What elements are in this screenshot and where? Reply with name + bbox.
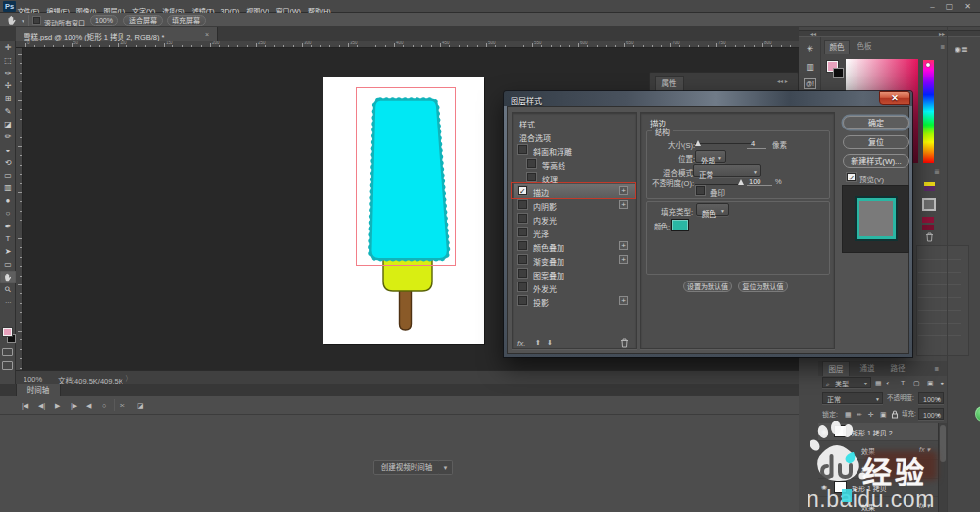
- properties-collapse-icon[interactable]: ◂◂ ▸: [777, 78, 788, 84]
- style-checkbox-纹理[interactable]: [527, 173, 536, 181]
- add-instance-icon[interactable]: +: [619, 241, 628, 250]
- set-default-button[interactable]: 设置为默认值: [683, 281, 732, 292]
- create-video-timeline-dropdown[interactable]: ▼: [439, 460, 453, 475]
- style-checkbox-颜色叠加[interactable]: [518, 241, 527, 250]
- hand-tool-icon[interactable]: [6, 15, 19, 26]
- tab-properties[interactable]: 属性: [655, 76, 684, 92]
- minimize-button[interactable]: –: [927, 2, 938, 11]
- fx-badge[interactable]: fx ▾: [919, 502, 930, 510]
- reset-button[interactable]: 复位: [843, 135, 909, 149]
- add-instance-icon[interactable]: +: [619, 186, 628, 195]
- layers-scrollbar[interactable]: [938, 423, 947, 512]
- tool-brush[interactable]: ✏: [0, 130, 16, 143]
- tab-swatches[interactable]: 色板: [852, 40, 877, 54]
- swatch-chip[interactable]: [924, 182, 935, 191]
- style-item-颜色叠加[interactable]: 颜色叠加+: [514, 239, 635, 253]
- opacity-slider[interactable]: [695, 184, 740, 185]
- reset-default-button[interactable]: 复位为默认值: [738, 281, 788, 292]
- add-instance-icon[interactable]: +: [619, 296, 628, 305]
- timeline-mute-audio-icon[interactable]: ◀: [86, 401, 91, 410]
- style-checkbox-等高线[interactable]: [527, 159, 536, 168]
- layers-panel-menu-icon[interactable]: ≣: [934, 366, 939, 372]
- style-checkbox-光泽[interactable]: [518, 228, 527, 236]
- tool-quick-selection[interactable]: ✢: [0, 79, 16, 92]
- swatch-chip[interactable]: [922, 225, 934, 230]
- style-checkbox-斜面和浮雕[interactable]: [518, 145, 527, 154]
- fill-field[interactable]: 100% ▼: [918, 408, 944, 420]
- create-video-timeline-button[interactable]: 创建视频时间轴: [373, 460, 440, 475]
- preview-checkbox[interactable]: [847, 173, 856, 181]
- timeline-first-frame-icon[interactable]: |◀: [22, 401, 28, 410]
- layer-row[interactable]: ◉矩形 1 拷贝 2: [818, 423, 938, 441]
- tool-rectangle[interactable]: ▭: [0, 258, 16, 271]
- swatch-chip[interactable]: [922, 217, 934, 223]
- lock-image-pixels-icon[interactable]: ✏: [857, 410, 862, 419]
- filter-smart-objects-icon[interactable]: ▣: [927, 379, 934, 387]
- visibility-eye-icon[interactable]: ◉: [821, 427, 830, 435]
- horizontal-ruler[interactable]: 0501001502002503003504004505005506006507…: [22, 41, 799, 48]
- tool-spot-healing-brush[interactable]: ◪: [0, 118, 16, 130]
- histogram-panel-icon[interactable]: ▥: [803, 60, 817, 74]
- opacity-slider-thumb[interactable]: [738, 179, 744, 185]
- style-checkbox-内阴影[interactable]: [518, 200, 527, 209]
- timeline-next-frame-icon[interactable]: |▶: [71, 401, 77, 410]
- tool-eraser[interactable]: ▭: [0, 169, 16, 181]
- fit-screen-button[interactable]: 适合屏幕: [123, 15, 163, 26]
- timeline-tab[interactable]: 时间轴: [16, 384, 61, 396]
- add-effect-icon[interactable]: fx.: [517, 339, 525, 348]
- tool-crop[interactable]: ⊞: [0, 92, 16, 105]
- style-checkbox-图案叠加[interactable]: [518, 269, 527, 278]
- blend-mode-dropdown[interactable]: 正常 ▼: [822, 392, 883, 404]
- lock-transparent-pixels-icon[interactable]: ▦: [845, 410, 852, 419]
- fx-badge[interactable]: fx ▾: [919, 446, 930, 454]
- move-effect-up-icon[interactable]: ⬆: [535, 339, 541, 347]
- filter-adjustment-layers-icon[interactable]: ◐: [886, 379, 890, 387]
- color-panel-resize-icon[interactable]: ≣: [934, 169, 940, 175]
- dialog-close-button[interactable]: ✕: [879, 91, 910, 105]
- tool-pen[interactable]: ✒: [0, 220, 16, 232]
- info-panel-icon[interactable]: @!: [804, 78, 816, 89]
- libraries-panel-icon[interactable]: ◉≣: [955, 47, 968, 53]
- close-button[interactable]: ✕: [962, 2, 973, 11]
- style-checkbox-内发光[interactable]: [518, 214, 527, 223]
- document-tab-close-icon[interactable]: ×: [205, 31, 209, 38]
- fill-type-dropdown[interactable]: 颜色 ▼: [696, 203, 729, 216]
- layers-scrollbar-thumb[interactable]: [940, 425, 946, 462]
- document-canvas[interactable]: [323, 77, 484, 344]
- tool-preset-caret-icon[interactable]: ▼: [21, 18, 25, 24]
- tab-layers[interactable]: 图层: [822, 361, 850, 376]
- style-checkbox-渐变叠加[interactable]: [518, 255, 527, 264]
- move-effect-down-icon[interactable]: ⬇: [547, 339, 553, 347]
- new-style-button[interactable]: 新建样式(W)...: [843, 154, 909, 168]
- lock-artboard-icon[interactable]: ▣: [880, 410, 887, 419]
- timeline-previous-frame-icon[interactable]: ◀|: [38, 401, 45, 410]
- color-panel-menu-icon[interactable]: ≣: [940, 44, 945, 50]
- style-item-渐变叠加[interactable]: 渐变叠加+: [514, 253, 635, 267]
- hue-slider[interactable]: [923, 60, 934, 163]
- timeline-settings-icon[interactable]: ○: [102, 401, 106, 410]
- status-options-arrow-icon[interactable]: 〉: [125, 374, 133, 384]
- filter-type-layers-icon[interactable]: T: [901, 379, 905, 387]
- style-item-混合选项[interactable]: 混合选项: [514, 129, 635, 143]
- style-item-样式[interactable]: 样式: [514, 116, 635, 129]
- style-item-图案叠加[interactable]: 图案叠加: [514, 267, 635, 281]
- ok-button[interactable]: 确定: [843, 116, 909, 129]
- stroke-color-swatch[interactable]: [671, 219, 689, 231]
- visibility-eye-icon[interactable]: ◉: [821, 483, 830, 491]
- status-zoom-level[interactable]: 100%: [24, 375, 42, 384]
- filter-shape-layers-icon[interactable]: ▢: [913, 379, 920, 387]
- tool-rectangular-marquee[interactable]: ⬚: [0, 54, 16, 67]
- lock-all-icon[interactable]: [891, 410, 899, 419]
- add-instance-icon[interactable]: +: [619, 200, 628, 209]
- opacity-field[interactable]: 100% ▼: [918, 392, 944, 404]
- style-item-外发光[interactable]: 外发光: [514, 281, 635, 294]
- dialog-title-bar[interactable]: 图层样式 ✕: [504, 91, 912, 106]
- timeline-transition-icon[interactable]: ◪: [137, 401, 144, 410]
- style-item-描边[interactable]: 描边+: [514, 184, 635, 198]
- style-checkbox-投影[interactable]: [518, 296, 527, 305]
- style-item-内发光[interactable]: 内发光: [514, 212, 635, 226]
- adjustments-panel-icon[interactable]: ✳: [803, 42, 817, 56]
- filter-pixel-layers-icon[interactable]: ▦: [875, 379, 882, 387]
- timeline-split-at-playhead-icon[interactable]: ✂: [120, 401, 125, 410]
- filter-toggle-icon[interactable]: ●: [940, 379, 944, 387]
